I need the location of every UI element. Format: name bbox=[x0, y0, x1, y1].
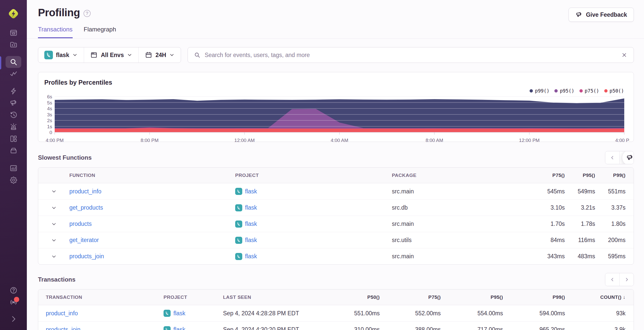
title-help-icon[interactable]: ? bbox=[84, 10, 91, 17]
column-header-p95[interactable]: P95() bbox=[441, 295, 503, 300]
tab-transactions[interactable]: Transactions bbox=[38, 26, 73, 38]
column-header-p99[interactable]: P99() bbox=[595, 173, 634, 178]
transaction-link[interactable]: products_join bbox=[46, 326, 80, 330]
sidebar-nav bbox=[0, 27, 27, 186]
legend-item-p50[interactable]: p50() bbox=[604, 88, 624, 94]
p99-cell: 595ms bbox=[595, 253, 634, 260]
sidebar-item-projects[interactable] bbox=[6, 39, 21, 51]
sidebar-item-stories[interactable] bbox=[6, 145, 21, 157]
function-link[interactable]: products_join bbox=[69, 253, 104, 260]
legend-item-p99[interactable]: p99() bbox=[530, 88, 549, 94]
app-root: Profiling ? Give Feedback Transactions F… bbox=[0, 0, 644, 330]
p75-cell: 3.10s bbox=[534, 204, 565, 211]
p95-cell: 483ms bbox=[565, 253, 595, 260]
chevron-down-icon bbox=[72, 52, 78, 58]
sidebar-bottom-nav bbox=[0, 284, 27, 324]
legend-item-p75[interactable]: p75() bbox=[579, 88, 599, 94]
sentry-logo[interactable] bbox=[7, 7, 20, 20]
profiles-by-percentiles-card: Profiles by Percentiles p99()p95()p75()p… bbox=[38, 72, 634, 142]
transaction-link[interactable]: product_info bbox=[46, 310, 78, 317]
chevron-right-icon bbox=[9, 315, 18, 323]
sidebar-item-dashboards[interactable] bbox=[6, 133, 21, 145]
date-range-filter[interactable]: 24H bbox=[138, 47, 181, 63]
svg-text:6s: 6s bbox=[47, 95, 52, 99]
sidebar-item-replays[interactable] bbox=[6, 109, 21, 121]
function-link[interactable]: get_iterator bbox=[69, 237, 99, 243]
table-row: productsflasksrc.main1.70s1.78s1.80s bbox=[38, 216, 634, 232]
legend-dot bbox=[554, 89, 558, 93]
project-filter[interactable]: flask bbox=[38, 47, 84, 63]
project-link[interactable]: flask bbox=[245, 237, 257, 244]
megaphone-icon bbox=[9, 99, 18, 107]
table-row: get_productsflasksrc.db3.10s3.21s3.37s bbox=[38, 199, 634, 216]
project-link[interactable]: flask bbox=[173, 326, 185, 330]
function-cell: products_join bbox=[69, 253, 235, 260]
column-header-p75[interactable]: P75() bbox=[534, 173, 565, 178]
sidebar-item-issues[interactable] bbox=[6, 27, 21, 39]
expand-row-button[interactable] bbox=[51, 221, 57, 227]
sidebar-item-explore[interactable] bbox=[6, 56, 21, 68]
column-header-function[interactable]: FUNCTION bbox=[69, 173, 235, 178]
column-header-package[interactable]: PACKAGE bbox=[392, 173, 534, 178]
column-header-count[interactable]: COUNT()↓ bbox=[565, 295, 634, 300]
column-header-p50[interactable]: P50() bbox=[350, 295, 380, 300]
percentiles-area-chart[interactable]: 01s2s3s4s5s6s4:00 PM8:00 PM12:00 AM4:00 … bbox=[44, 95, 630, 144]
give-feedback-button[interactable]: Give Feedback bbox=[569, 8, 634, 22]
expand-row-button[interactable] bbox=[51, 205, 57, 211]
project-link[interactable]: flask bbox=[245, 188, 257, 195]
help-icon bbox=[9, 286, 18, 295]
legend-dot bbox=[579, 89, 583, 93]
environment-filter[interactable]: All Envs bbox=[84, 47, 138, 63]
sidebar-item-alerts[interactable] bbox=[6, 121, 21, 133]
project-link[interactable]: flask bbox=[245, 221, 257, 227]
flask-project-icon bbox=[235, 221, 242, 228]
column-header-p99[interactable]: P99() bbox=[503, 295, 565, 300]
slowest-functions-title: Slowest Functions bbox=[38, 154, 92, 161]
expand-row-cell bbox=[38, 237, 69, 243]
project-link[interactable]: flask bbox=[173, 310, 185, 317]
sidebar-item-stats[interactable] bbox=[6, 162, 21, 174]
expand-row-button[interactable] bbox=[51, 254, 57, 259]
column-header-p95[interactable]: P95() bbox=[565, 173, 595, 178]
svg-text:8:00 AM: 8:00 AM bbox=[426, 138, 443, 143]
legend-item-p95[interactable]: p95() bbox=[554, 88, 574, 94]
column-header-transaction[interactable]: TRANSACTION bbox=[38, 295, 164, 300]
sidebar-item-feedback[interactable] bbox=[6, 97, 21, 109]
svg-text:4:00 PM: 4:00 PM bbox=[615, 138, 630, 143]
projects-icon bbox=[9, 41, 18, 49]
project-link[interactable]: flask bbox=[245, 253, 257, 260]
previous-page-button[interactable] bbox=[605, 273, 619, 286]
history-clock-icon bbox=[9, 111, 18, 119]
sidebar-collapse-toggle[interactable] bbox=[6, 314, 21, 324]
column-header-lastseen[interactable]: LAST SEEN bbox=[223, 295, 350, 300]
sidebar-item-insights[interactable] bbox=[6, 85, 21, 97]
table-row: products_joinflasksrc.main343ms483ms595m… bbox=[38, 248, 634, 264]
next-page-button[interactable] bbox=[619, 273, 634, 286]
search-input[interactable] bbox=[205, 52, 617, 59]
sidebar-item-whats-new[interactable] bbox=[6, 296, 21, 308]
sidebar-item-performance[interactable] bbox=[6, 68, 21, 80]
previous-page-button[interactable] bbox=[605, 151, 619, 164]
column-header-project[interactable]: PROJECT bbox=[164, 295, 223, 300]
expand-row-button[interactable] bbox=[51, 237, 57, 243]
function-link[interactable]: product_info bbox=[69, 188, 102, 195]
project-link[interactable]: flask bbox=[245, 204, 257, 211]
floating-feedback-button[interactable] bbox=[622, 151, 634, 164]
svg-text:4:00 AM: 4:00 AM bbox=[331, 138, 348, 143]
sidebar-item-help[interactable] bbox=[6, 284, 21, 296]
package-cell: src.main bbox=[392, 253, 534, 260]
search-clear-button[interactable] bbox=[621, 52, 628, 58]
tab-flamegraph[interactable]: Flamegraph bbox=[84, 26, 116, 38]
function-link[interactable]: get_products bbox=[69, 204, 103, 211]
give-feedback-label: Give Feedback bbox=[586, 11, 627, 18]
column-header-p75[interactable]: P75() bbox=[380, 295, 441, 300]
flask-project-icon bbox=[235, 204, 242, 211]
expand-row-button[interactable] bbox=[51, 189, 57, 194]
column-header-project[interactable]: PROJECT bbox=[235, 173, 392, 178]
flask-project-icon bbox=[164, 326, 171, 330]
p75-cell: 84ms bbox=[534, 237, 565, 244]
function-link[interactable]: products bbox=[69, 221, 92, 227]
sidebar-item-settings[interactable] bbox=[6, 174, 21, 186]
chevron-down-icon bbox=[51, 189, 57, 194]
flask-project-icon bbox=[164, 310, 171, 317]
